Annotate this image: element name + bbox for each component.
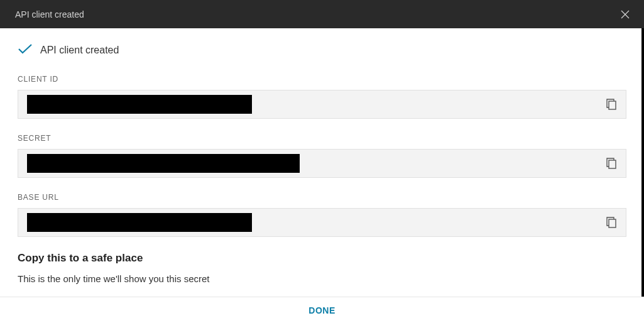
copy-client-id-button[interactable] xyxy=(606,98,617,111)
client-id-field xyxy=(18,90,626,119)
secret-label: SECRET xyxy=(18,134,626,143)
client-id-value-redacted xyxy=(27,95,252,114)
dialog-content: API client created CLIENT ID SECRET BASE… xyxy=(0,28,644,284)
svg-rect-2 xyxy=(609,101,616,109)
footer: DONE xyxy=(0,297,644,323)
client-id-label: CLIENT ID xyxy=(18,75,626,84)
copy-secret-button[interactable] xyxy=(606,157,617,170)
base-url-label: BASE URL xyxy=(18,193,626,202)
titlebar: API client created xyxy=(0,0,644,28)
done-button[interactable]: DONE xyxy=(308,305,335,315)
close-button[interactable] xyxy=(619,8,631,21)
status-text: API client created xyxy=(40,45,119,56)
secret-field xyxy=(18,149,626,178)
svg-rect-4 xyxy=(609,219,616,227)
check-icon xyxy=(18,43,33,57)
close-icon xyxy=(620,9,630,19)
dialog-title: API client created xyxy=(15,9,84,19)
status-row: API client created xyxy=(18,43,626,57)
copy-icon xyxy=(606,157,617,170)
secret-value-redacted xyxy=(27,154,300,173)
copy-icon xyxy=(606,98,617,111)
info-text: This is the only time we'll show you thi… xyxy=(18,273,626,284)
copy-icon xyxy=(606,216,617,229)
svg-rect-3 xyxy=(609,160,616,168)
info-heading: Copy this to a safe place xyxy=(18,252,626,265)
copy-base-url-button[interactable] xyxy=(606,216,617,229)
base-url-value-redacted xyxy=(27,213,252,232)
right-border xyxy=(641,28,644,297)
base-url-field xyxy=(18,208,626,237)
